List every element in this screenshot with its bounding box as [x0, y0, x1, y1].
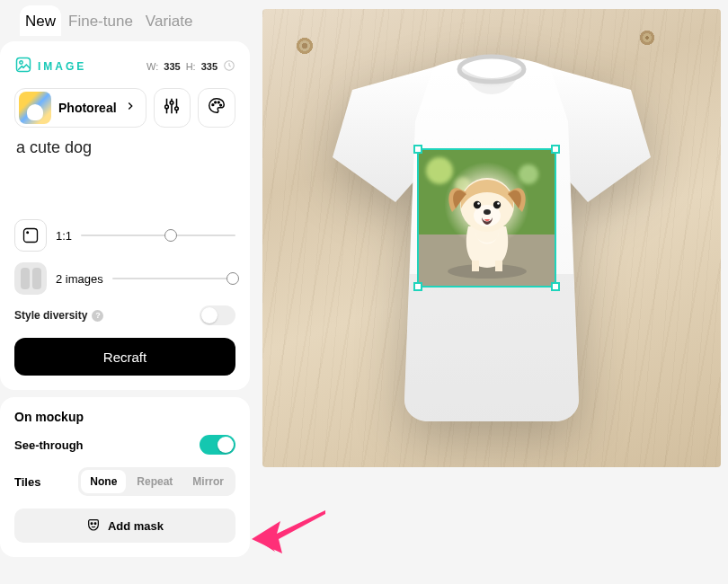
resize-handle-bl[interactable] — [413, 282, 422, 291]
chevron-right-icon — [124, 100, 137, 116]
svg-point-6 — [212, 104, 214, 106]
resize-handle-tr[interactable] — [551, 145, 560, 154]
tiles-mirror[interactable]: Mirror — [183, 470, 233, 493]
history-icon[interactable] — [223, 59, 235, 74]
design-bounding-box[interactable] — [417, 148, 556, 288]
svg-point-3 — [165, 105, 169, 109]
mockup-title: On mockup — [14, 410, 235, 424]
height-value: 335 — [201, 61, 218, 72]
aspect-slider[interactable] — [81, 226, 235, 244]
palette-button[interactable] — [198, 88, 235, 128]
style-thumbnail — [19, 92, 51, 124]
add-mask-button[interactable]: Add mask — [14, 509, 235, 543]
svg-point-8 — [218, 102, 220, 103]
add-mask-label: Add mask — [108, 519, 164, 533]
image-count-control: 2 images — [14, 262, 235, 295]
image-icon — [14, 56, 32, 77]
svg-point-12 — [91, 522, 93, 524]
help-icon[interactable]: ? — [92, 310, 103, 322]
svg-point-4 — [171, 102, 174, 105]
resize-handle-tl[interactable] — [413, 145, 422, 154]
aspect-icon[interactable] — [14, 219, 47, 252]
tiles-repeat[interactable]: Repeat — [128, 470, 182, 493]
svg-point-21 — [497, 202, 500, 205]
count-slider[interactable] — [112, 270, 235, 288]
mask-icon — [86, 518, 101, 535]
dimensions-readout[interactable]: W: 335 H: 335 — [146, 59, 235, 74]
tab-finetune[interactable]: Fine-tune — [63, 5, 138, 36]
tab-new[interactable]: New — [20, 5, 61, 36]
diversity-label: Style diversity ? — [14, 309, 103, 322]
puppy-illustration — [432, 162, 542, 280]
tiles-label: Tiles — [14, 475, 40, 489]
svg-point-1 — [20, 61, 22, 64]
svg-point-11 — [27, 232, 29, 234]
svg-point-18 — [473, 201, 480, 208]
svg-point-19 — [493, 201, 500, 208]
generation-tabs: New Fine-tune Variate — [0, 5, 250, 36]
svg-point-20 — [477, 202, 480, 205]
width-label: W: — [146, 61, 158, 72]
svg-point-5 — [175, 107, 179, 111]
svg-point-22 — [484, 209, 491, 215]
aspect-ratio-control: 1:1 — [14, 219, 235, 252]
section-label: IMAGE — [38, 60, 86, 73]
seethrough-label: See-through — [14, 438, 84, 452]
recraft-button[interactable]: Recraft — [14, 338, 235, 376]
svg-point-7 — [215, 102, 217, 103]
svg-point-9 — [220, 104, 222, 106]
count-label: 2 images — [56, 272, 103, 286]
tab-variate[interactable]: Variate — [140, 5, 199, 36]
mockup-panel: On mockup See-through Tiles None Repeat … — [0, 397, 250, 557]
resize-handle-br[interactable] — [551, 282, 560, 291]
svg-rect-10 — [24, 229, 38, 243]
settings-button[interactable] — [154, 88, 191, 128]
width-value: 335 — [164, 61, 180, 72]
height-label: H: — [186, 61, 196, 72]
seethrough-toggle[interactable] — [200, 435, 235, 455]
generation-panel: IMAGE W: 335 H: 335 Photo — [0, 41, 250, 390]
aspect-label: 1:1 — [56, 229, 72, 243]
diversity-toggle[interactable] — [200, 305, 235, 325]
count-icon[interactable] — [14, 262, 47, 295]
generated-image — [419, 150, 555, 286]
style-selector[interactable]: Photoreal — [14, 88, 146, 128]
mockup-preview[interactable] — [262, 9, 721, 467]
tiles-none[interactable]: None — [81, 470, 126, 493]
sliders-icon — [162, 96, 182, 119]
tiles-segmented: None Repeat Mirror — [78, 467, 235, 496]
svg-point-13 — [94, 522, 96, 524]
prompt-input[interactable]: a cute dog — [14, 137, 235, 208]
palette-icon — [207, 96, 226, 119]
style-name: Photoreal — [58, 101, 117, 115]
